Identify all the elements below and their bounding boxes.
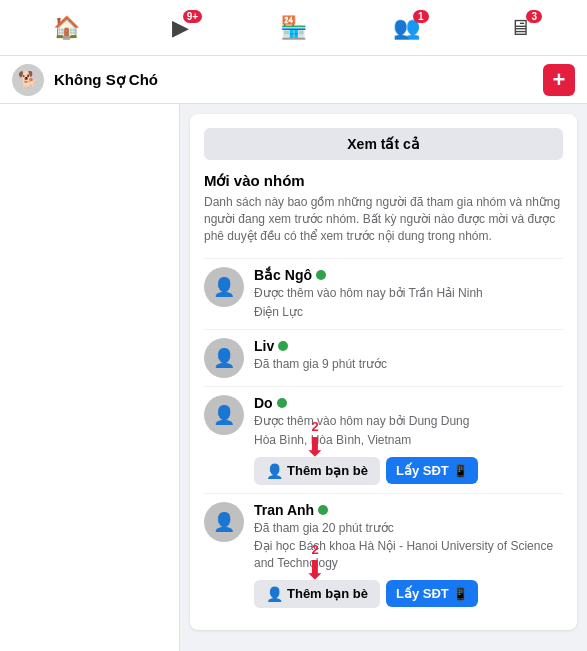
avatar: 👤 — [204, 395, 244, 435]
avatar: 👤 — [204, 267, 244, 307]
group-header: 🐕 Không Sợ Chó + — [0, 56, 587, 104]
member-row: 👤 Tran Anh Đã tham gia 20 phút trước Đại… — [204, 493, 563, 616]
action-buttons-row: 2 ⬇ 👤 Thêm bạn bè Lấy SĐT 📱 — [254, 457, 563, 485]
person-icon: 👤 — [266, 586, 283, 602]
members-card: Xem tất cả Mới vào nhóm Danh sách này ba… — [190, 114, 577, 630]
get-phone-label: Lấy SĐT — [396, 586, 449, 601]
member-sub1: Được thêm vào hôm nay bởi Trần Hải Ninh — [254, 285, 563, 302]
member-sub1: Được thêm vào hôm nay bởi Dung Dung — [254, 413, 563, 430]
people-badge: 1 — [413, 10, 429, 23]
home-nav-button[interactable]: 🏠 — [43, 8, 91, 48]
top-navigation: 🏠 ▶ 9+ 🏪 👥 1 🖥 3 — [0, 0, 587, 56]
member-info: Do Được thêm vào hôm nay bởi Dung Dung H… — [254, 395, 563, 485]
online-indicator — [316, 270, 326, 280]
member-sub1: Đã tham gia 9 phút trước — [254, 356, 563, 373]
member-name-row: Do — [254, 395, 563, 411]
member-name: Bắc Ngô — [254, 267, 312, 283]
get-phone-button[interactable]: Lấy SĐT 📱 — [386, 457, 478, 484]
member-sub2: Đại học Bách khoa Hà Nội - Hanoi Univers… — [254, 538, 563, 572]
member-name: Do — [254, 395, 273, 411]
phone-icon: 📱 — [453, 464, 468, 478]
group-name: Không Sợ Chó — [54, 71, 533, 89]
arrow-annotation: 2 ⬇ — [304, 542, 326, 583]
section-title: Mới vào nhóm — [204, 172, 563, 190]
main-content: Xem tất cả Mới vào nhóm Danh sách này ba… — [180, 104, 587, 651]
see-all-button[interactable]: Xem tất cả — [204, 128, 563, 160]
get-phone-button[interactable]: Lấy SĐT 📱 — [386, 580, 478, 607]
store-icon: 🏪 — [280, 15, 307, 41]
member-row: 👤 Do Được thêm vào hôm nay bởi Dung Dung… — [204, 386, 563, 493]
online-indicator — [277, 398, 287, 408]
add-friend-label: Thêm bạn bè — [287, 463, 368, 478]
video-badge: 9+ — [183, 10, 202, 23]
home-icon: 🏠 — [53, 15, 80, 41]
phone-icon: 📱 — [453, 587, 468, 601]
arrow-down-icon: ⬇ — [304, 434, 326, 460]
member-name-row: Bắc Ngô — [254, 267, 563, 283]
person-icon: 👤 — [266, 463, 283, 479]
online-indicator — [278, 341, 288, 351]
member-name-row: Liv — [254, 338, 563, 354]
sidebar — [0, 104, 180, 651]
member-sub2: Hòa Bình, Hòa Bình, Vietnam — [254, 432, 563, 449]
member-name: Tran Anh — [254, 502, 314, 518]
screen-nav-button[interactable]: 🖥 3 — [496, 8, 544, 48]
get-phone-label: Lấy SĐT — [396, 463, 449, 478]
member-row: 👤 Liv Đã tham gia 9 phút trước — [204, 329, 563, 386]
avatar: 👤 — [204, 502, 244, 542]
video-nav-button[interactable]: ▶ 9+ — [156, 8, 204, 48]
member-sub1: Đã tham gia 20 phút trước — [254, 520, 563, 537]
add-button[interactable]: + — [543, 64, 575, 96]
group-avatar: 🐕 — [12, 64, 44, 96]
member-sub2: Điện Lực — [254, 304, 563, 321]
member-name: Liv — [254, 338, 274, 354]
page-layout: Xem tất cả Mới vào nhóm Danh sách này ba… — [0, 104, 587, 651]
arrow-annotation: 2 ⬇ — [304, 419, 326, 460]
section-desc: Danh sách này bao gồm những người đã tha… — [204, 194, 563, 244]
member-info: Tran Anh Đã tham gia 20 phút trước Đại h… — [254, 502, 563, 608]
online-indicator — [318, 505, 328, 515]
member-name-row: Tran Anh — [254, 502, 563, 518]
screen-badge: 3 — [526, 10, 542, 23]
add-friend-label: Thêm bạn bè — [287, 586, 368, 601]
people-nav-button[interactable]: 👥 1 — [383, 8, 431, 48]
arrow-down-icon: ⬇ — [304, 557, 326, 583]
member-info: Bắc Ngô Được thêm vào hôm nay bởi Trần H… — [254, 267, 563, 321]
action-buttons-row: 2 ⬇ 👤 Thêm bạn bè Lấy SĐT 📱 — [254, 580, 563, 608]
store-nav-button[interactable]: 🏪 — [269, 8, 317, 48]
member-info: Liv Đã tham gia 9 phút trước — [254, 338, 563, 373]
avatar: 👤 — [204, 338, 244, 378]
member-row: 👤 Bắc Ngô Được thêm vào hôm nay bởi Trần… — [204, 258, 563, 329]
